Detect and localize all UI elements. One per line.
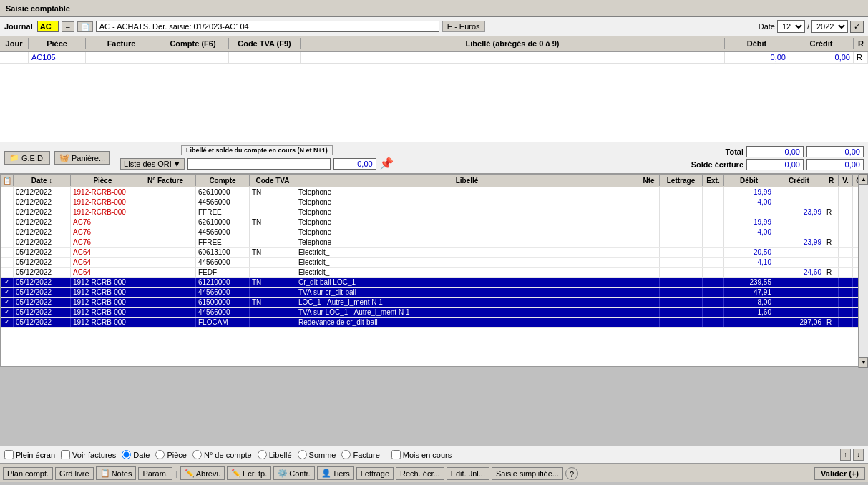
list-item[interactable]: 02/12/2022 1912-RCRB-000 44566000 Teleph…	[1, 197, 867, 207]
notes-btn[interactable]: 📋 Notes	[96, 466, 137, 480]
radio-libelle-label[interactable]: Libellé	[258, 450, 292, 459]
list-item[interactable]: 02/12/2022 1912-RCRB-000 FFREE Telephone…	[1, 207, 867, 217]
row-lettrage	[660, 227, 703, 237]
list-item[interactable]: 02/12/2022 AC76 44566000 Telephone 4,00	[1, 227, 867, 237]
list-item[interactable]: ✓ 05/12/2022 1912-RCRB-000 44566000 TVA …	[1, 308, 867, 318]
contr-icon: ⚙️	[278, 469, 288, 478]
row-libelle: Electricit_	[296, 248, 638, 257]
rech-ecr-btn[interactable]: Rech. écr...	[396, 467, 444, 480]
list-item[interactable]: 02/12/2022 AC76 FFREE Telephone 23,99 R	[1, 237, 867, 248]
ged-button[interactable]: 📁 G.E.D.	[4, 151, 50, 165]
radio-compte[interactable]	[192, 450, 202, 459]
row-facture	[135, 278, 196, 287]
list-item[interactable]: 05/12/2022 AC64 44566000 Electricit_ 4,1…	[1, 258, 867, 268]
entry-jour	[0, 52, 29, 63]
row-compte: FFREE	[196, 207, 250, 217]
voir-factures-checkbox[interactable]	[61, 450, 70, 459]
journal-doc-btn[interactable]: 📄	[77, 21, 93, 32]
row-ext	[703, 258, 724, 267]
date-section: Date 12 / 2022 ✓	[759, 20, 864, 33]
total-debit-input[interactable]	[746, 146, 804, 157]
contr-btn[interactable]: ⚙️ Contr.	[273, 466, 314, 480]
tiers-btn[interactable]: 👤 Tiers	[317, 466, 354, 480]
voir-factures-checkbox-label[interactable]: Voir factures	[61, 450, 116, 459]
libelle-value-input[interactable]	[333, 158, 376, 170]
sep1: |	[175, 469, 177, 478]
row-libelle: Telephone	[296, 237, 638, 247]
param-label: Param.	[142, 469, 167, 478]
lh-piece: Pièce	[71, 175, 135, 186]
total-credit-input[interactable]	[806, 146, 864, 157]
list-item[interactable]: ✓ 05/12/2022 1912-RCRB-000 44566000 TVA …	[1, 288, 867, 298]
row-compte: 44566000	[196, 197, 250, 207]
lettrage-btn[interactable]: Lettrage	[356, 467, 394, 480]
radio-somme-label[interactable]: Somme	[298, 450, 336, 459]
row-r	[824, 197, 839, 207]
radio-date-label[interactable]: Date	[122, 450, 150, 459]
list-item[interactable]: 02/12/2022 1912-RCRB-000 62610000 TN Tel…	[1, 187, 867, 197]
param-btn[interactable]: Param.	[138, 467, 172, 480]
row-date: 05/12/2022	[14, 258, 71, 267]
list-item[interactable]: 05/12/2022 AC64 60613100 TN Electricit_ …	[1, 248, 867, 258]
vertical-scrollbar[interactable]: ▲ ▼	[858, 174, 868, 368]
radio-piece[interactable]	[155, 450, 165, 459]
mois-en-cours-checkbox[interactable]	[391, 450, 401, 459]
entry-row[interactable]: AC105 0,00 0,00 R	[0, 52, 868, 64]
col-r: R	[854, 38, 868, 49]
list-item[interactable]: 05/12/2022 AC64 FEDF Electricit_ 24,60 R	[1, 268, 867, 278]
row-codetva: TN	[250, 187, 296, 197]
row-check	[1, 207, 14, 217]
journal-nav-btn[interactable]: –	[62, 21, 74, 32]
radio-facture-label[interactable]: Facture	[341, 450, 379, 459]
row-compte: FLOCAM	[196, 318, 250, 327]
plein-ecran-checkbox-label[interactable]: Plein écran	[4, 450, 55, 459]
row-r	[824, 308, 839, 317]
paniere-button[interactable]: 🧺 Panière...	[54, 151, 110, 165]
grd-livre-btn[interactable]: Grd livre	[55, 467, 94, 480]
list-item[interactable]: ✓ 05/12/2022 1912-RCRB-000 FLOCAM Redeva…	[1, 318, 867, 328]
help-btn[interactable]: ?	[565, 467, 578, 480]
list-item[interactable]: ✓ 05/12/2022 1912-RCRB-000 61210000 TN C…	[1, 278, 867, 288]
row-debit: 1,60	[724, 308, 774, 317]
sticky-note-icon[interactable]: 📌	[379, 157, 394, 170]
saisie-simplifiee-btn[interactable]: Saisie simplifiée...	[492, 467, 563, 480]
nav-down-btn[interactable]: ↓	[853, 449, 864, 461]
list-item[interactable]: ✓ 05/12/2022 1912-RCRB-000 61500000 TN L…	[1, 298, 867, 308]
radio-piece-label[interactable]: Pièce	[155, 450, 187, 459]
date-confirm-btn[interactable]: ✓	[850, 21, 864, 33]
plan-compt-btn[interactable]: Plan compt.	[3, 467, 53, 480]
abrevi-btn[interactable]: ✏️ Abrévi.	[180, 466, 225, 480]
edit-jnl-btn[interactable]: Edit. Jnl...	[447, 467, 489, 480]
radio-somme[interactable]	[298, 450, 307, 459]
radio-compte-label[interactable]: N° de compte	[192, 450, 252, 459]
row-debit: 239,55	[724, 278, 774, 287]
lh-debit: Débit	[724, 175, 774, 186]
validate-btn[interactable]: Valider (+)	[814, 467, 865, 480]
date-year-select[interactable]: 2022	[811, 20, 848, 33]
journal-description[interactable]	[96, 21, 439, 32]
solde-debit-input[interactable]	[746, 159, 804, 170]
lh-check: 📋	[1, 175, 14, 186]
list-item[interactable]: 02/12/2022 AC76 62610000 TN Telephone 19…	[1, 217, 867, 227]
plein-ecran-checkbox[interactable]	[4, 450, 14, 459]
ged-label: G.E.D.	[21, 154, 45, 162]
lh-credit: Crédit	[774, 175, 824, 186]
radio-libelle[interactable]	[258, 450, 267, 459]
radio-facture[interactable]	[341, 450, 351, 459]
row-piece: 1912-RCRB-000	[71, 318, 135, 327]
row-credit	[774, 258, 824, 267]
lh-v: V.	[839, 175, 853, 186]
nav-up-btn[interactable]: ↑	[840, 449, 851, 461]
radio-date[interactable]	[122, 450, 131, 459]
date-day-select[interactable]: 12	[777, 20, 805, 33]
solde-credit-input[interactable]	[806, 159, 864, 170]
journal-input[interactable]	[37, 21, 59, 32]
scroll-track[interactable]	[859, 185, 868, 357]
mois-en-cours-label[interactable]: Mois en cours	[391, 450, 452, 459]
scroll-up-btn[interactable]: ▲	[859, 174, 868, 185]
scroll-down-btn[interactable]: ▼	[859, 357, 868, 368]
ecr-tp-btn[interactable]: ✏️ Ecr. tp.	[227, 466, 271, 480]
liste-ori-btn[interactable]: Liste des ORI ▼	[120, 158, 185, 170]
row-debit: 19,99	[724, 217, 774, 227]
libelle-text-input[interactable]	[187, 158, 331, 170]
